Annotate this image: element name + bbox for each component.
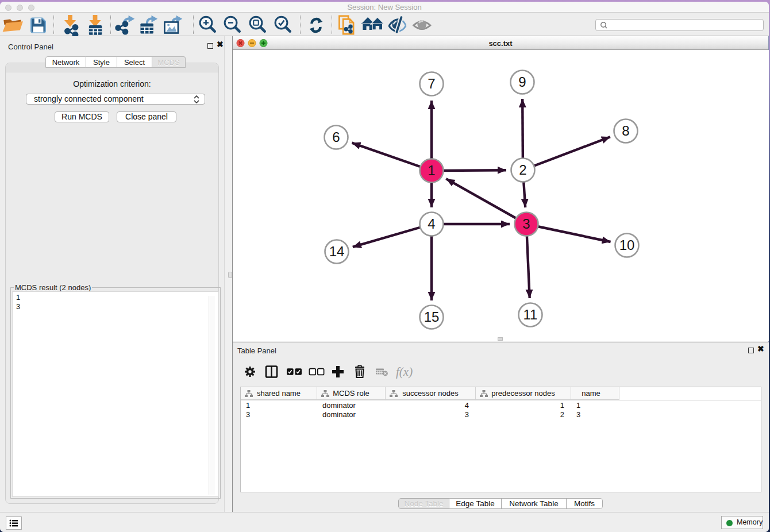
- svg-text:9: 9: [518, 74, 526, 90]
- svg-text:11: 11: [523, 307, 538, 322]
- svg-text:14: 14: [329, 244, 345, 259]
- svg-text:10: 10: [619, 237, 635, 253]
- svg-text:6: 6: [332, 129, 340, 145]
- svg-text:15: 15: [424, 309, 440, 325]
- svg-text:7: 7: [428, 76, 435, 91]
- svg-text:4: 4: [428, 216, 435, 232]
- svg-text:2: 2: [519, 162, 526, 178]
- svg-text:f(x): f(x): [396, 365, 413, 379]
- svg-text:1: 1: [428, 163, 435, 178]
- svg-text:3: 3: [522, 216, 530, 232]
- svg-text:8: 8: [622, 123, 629, 138]
